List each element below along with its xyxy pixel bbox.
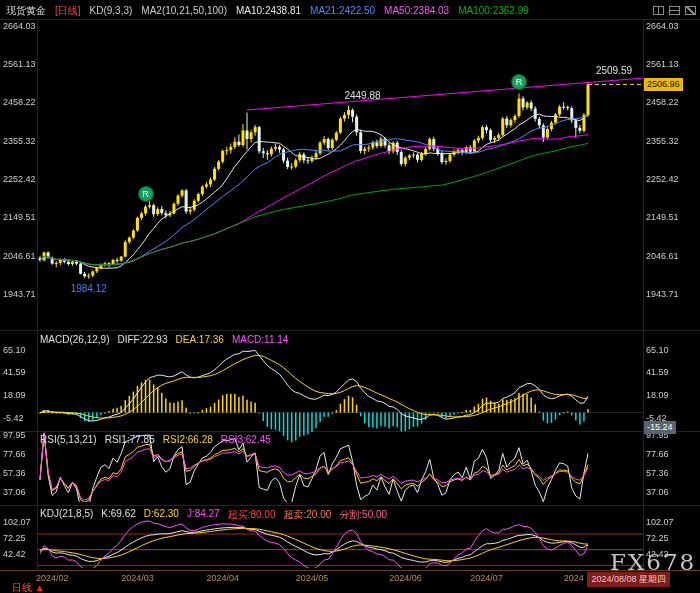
ma100-value: MA100:2362.99 [458,5,529,16]
rsi2-value: RSI2:66.28 [163,434,213,445]
up-triangle-icon: ▲ [35,582,45,593]
macd-dea-value: DEA:17.36 [176,334,224,345]
trading-chart-app: 现货黄金 [日线] KD(9,3,3) MA2(10,21,50,100) MA… [0,0,700,593]
kd-params-label: KD(9,3,3) [90,5,133,16]
macd-params-label: MACD(26,12,9) [40,334,109,345]
rsi-indicator-header: RSI(5,13,21) RSI1:77.85 RSI2:66.28 RSI3:… [40,434,271,445]
macd-diff-value: DIFF:22.93 [117,334,167,345]
x-axis-date-label: 2024/06 [389,573,422,583]
price-annotation: 2509.59 [596,65,632,76]
chart-header-bar: 现货黄金 [日线] KD(9,3,3) MA2(10,21,50,100) MA… [6,3,696,18]
ma50-value: MA50:2384.03 [384,5,449,16]
layout-grid-icon[interactable] [685,6,696,15]
timeframe-label: 日线 [12,582,32,593]
kdj-d-value: D:62.30 [144,508,179,522]
watermark: FX678 [610,549,696,575]
rsi3-value: RSI3:62.45 [221,434,271,445]
timeframe-indicator[interactable]: 日线 ▲ [12,581,45,593]
split-horizontal-icon[interactable] [669,6,680,15]
kdj-split-label: 分割:50.00 [339,508,387,522]
price-annotation: 1984.12 [71,283,107,294]
kdj-indicator-header: KDJ(21,8,5) K:69.62 D:62.30 J:84.27 超买:8… [40,508,387,522]
rsi1-value: RSI1:77.85 [105,434,155,445]
x-axis-date-label: 2024/03 [121,573,154,583]
x-axis-date-label: 2024/04 [206,573,239,583]
ma10-value: MA10:2438.81 [236,5,301,16]
toolbar-icons [653,6,696,15]
price-annotation: 2449.88 [344,90,380,101]
macd-indicator-header: MACD(26,12,9) DIFF:22.93 DEA:17.36 MACD:… [40,334,288,345]
macd-value-badge: -15.24 [644,421,676,434]
annotations-layer: 2449.882509.591984.12RR [0,0,700,593]
kdj-k-value: K:69.62 [101,508,135,522]
ma21-value: MA21:2422.50 [310,5,375,16]
ma-params-label: MA2(10,21,50,100) [141,5,227,16]
x-axis-date-label: 2024 [564,573,584,583]
split-vertical-icon[interactable] [653,6,664,15]
x-axis-date-label: 2024/07 [470,573,503,583]
kdj-params-label: KDJ(21,8,5) [40,508,93,522]
symbol-name[interactable]: 现货黄金 [6,4,46,18]
last-price-tag: 2506.96 [644,78,683,91]
kdj-overbought-label: 超买:80.00 [228,508,276,522]
signal-marker[interactable]: R [512,75,526,89]
kdj-j-value: J:84.27 [187,508,220,522]
kdj-oversold-label: 超卖:20.00 [284,508,332,522]
macd-hist-value: MACD:11.14 [232,334,289,345]
period-tag[interactable]: [日线] [55,4,81,18]
x-axis-date-label: 2024/05 [296,573,329,583]
rsi-params-label: RSI(5,13,21) [40,434,97,445]
signal-marker[interactable]: R [139,187,153,201]
